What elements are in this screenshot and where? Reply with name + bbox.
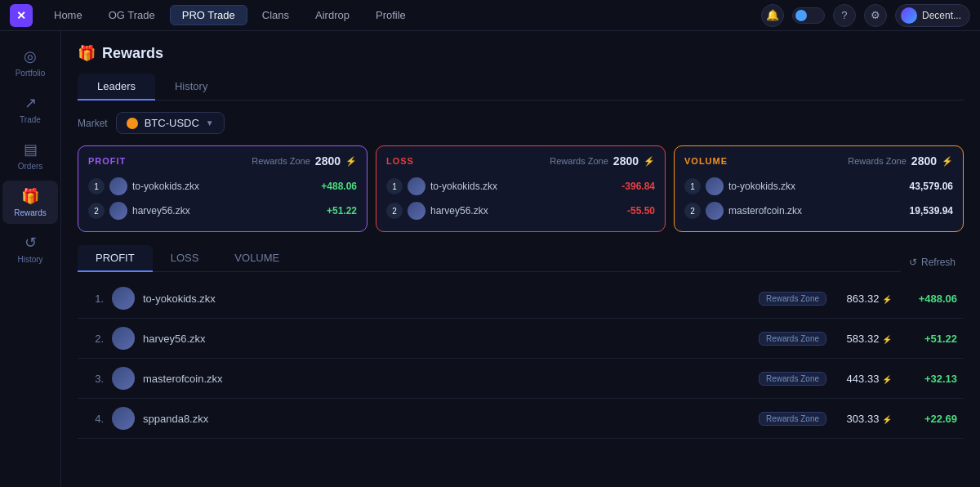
loss-rewards-label: Rewards Zone — [550, 156, 608, 166]
nav-profile[interactable]: Profile — [364, 6, 417, 25]
profit-val-2: +51.22 — [327, 205, 357, 217]
loss-user-1: to-yokokids.zkx — [430, 181, 617, 192]
loss-val-2: -55.50 — [627, 205, 655, 217]
sidebar: ◎ Portfolio ↗ Trade ▤ Orders 🎁 Rewards ↺… — [0, 31, 61, 487]
rank-3: 3. — [84, 373, 104, 385]
loss-reward-icon: ⚡ — [644, 156, 655, 167]
rank-2: 2. — [84, 333, 104, 345]
profit-avatar-2 — [109, 202, 127, 220]
sidebar-label-rewards: Rewards — [14, 208, 46, 217]
rewards-icon: 🎁 — [21, 187, 39, 205]
btab-volume[interactable]: VOLUME — [216, 245, 297, 272]
history-icon: ↺ — [24, 234, 37, 252]
list-item-4: 4. sppanda8.zkx Rewards Zone 303.33 ⚡ +2… — [78, 399, 964, 439]
sidebar-item-orders[interactable]: ▤ Orders — [2, 134, 58, 177]
loss-row-2: 2 harvey56.zkx -55.50 — [386, 199, 655, 223]
nav-og-trade[interactable]: OG Trade — [97, 6, 167, 25]
username-4: sppanda8.zkx — [143, 413, 751, 425]
rank-1: 1. — [84, 293, 104, 305]
score-3: 443.33 ⚡ — [835, 373, 892, 385]
rank-4: 4. — [84, 413, 104, 425]
portfolio-icon: ◎ — [24, 47, 37, 65]
loss-val-1: -396.84 — [621, 181, 655, 192]
refresh-button[interactable]: ↺ Refresh — [901, 252, 964, 273]
volume-rank-1: 1 — [684, 178, 701, 194]
notification-icon[interactable]: 🔔 — [761, 4, 784, 27]
avatar-3 — [112, 367, 135, 390]
nav-pro-trade[interactable]: PRO Trade — [170, 5, 247, 25]
bottom-section: PROFIT LOSS VOLUME ↺ Refresh 1. to-yokok… — [78, 245, 964, 439]
sidebar-item-trade[interactable]: ↗ Trade — [2, 87, 58, 131]
main-layout: ◎ Portfolio ↗ Trade ▤ Orders 🎁 Rewards ↺… — [0, 31, 980, 487]
nav-home[interactable]: Home — [42, 6, 94, 25]
change-4: +22.69 — [900, 413, 957, 425]
change-3: +32.13 — [900, 373, 957, 385]
rewards-badge-3: Rewards Zone — [759, 372, 826, 386]
profit-avatar-1 — [109, 177, 127, 195]
avatar-2 — [112, 327, 135, 350]
tab-history[interactable]: History — [155, 74, 227, 101]
score-val-4: 303.33 — [847, 413, 880, 425]
volume-card-header: VOLUME Rewards Zone 2800 ⚡ — [684, 154, 953, 168]
btab-loss[interactable]: LOSS — [153, 245, 217, 272]
sidebar-label-trade: Trade — [20, 115, 41, 124]
market-selector[interactable]: BTC-USDC ▼ — [116, 112, 225, 134]
help-icon[interactable]: ? — [833, 4, 856, 27]
market-row: Market BTC-USDC ▼ — [78, 112, 964, 134]
profit-user-2: harvey56.zkx — [132, 205, 322, 217]
top-nav: ✕ Home OG Trade PRO Trade Clans Airdrop … — [0, 0, 980, 31]
loss-card: LOSS Rewards Zone 2800 ⚡ 1 to-yokokids.z… — [376, 145, 666, 232]
market-value: BTC-USDC — [145, 117, 199, 129]
nav-airdrop[interactable]: Airdrop — [304, 6, 361, 25]
nav-clans[interactable]: Clans — [251, 6, 301, 25]
sidebar-item-rewards[interactable]: 🎁 Rewards — [2, 181, 58, 224]
settings-icon[interactable]: ⚙ — [864, 4, 887, 27]
volume-card: VOLUME Rewards Zone 2800 ⚡ 1 to-yokokids… — [674, 145, 964, 232]
content-area: 🎁 Rewards Leaders History Market BTC-USD… — [61, 31, 980, 487]
leader-cards: PROFIT Rewards Zone 2800 ⚡ 1 to-yokokids… — [78, 145, 964, 232]
score-icon-3: ⚡ — [882, 375, 892, 384]
volume-avatar-2 — [706, 202, 724, 220]
profit-card-header: PROFIT Rewards Zone 2800 ⚡ — [88, 154, 357, 168]
user-menu[interactable]: Decent... — [895, 4, 970, 27]
profit-card: PROFIT Rewards Zone 2800 ⚡ 1 to-yokokids… — [78, 145, 368, 232]
profit-rewards-value: 2800 — [315, 154, 341, 168]
volume-row-1: 1 to-yokokids.zkx 43,579.06 — [684, 174, 953, 199]
profit-rank-1: 1 — [88, 178, 105, 194]
avatar — [901, 7, 917, 24]
loss-user-2: harvey56.zkx — [430, 205, 622, 217]
loss-label: LOSS — [386, 156, 414, 166]
page-title: Rewards — [102, 45, 163, 62]
loss-rank-2: 2 — [386, 203, 403, 219]
chevron-down-icon: ▼ — [206, 118, 214, 127]
tab-leaders[interactable]: Leaders — [78, 74, 155, 101]
profit-rank-2: 2 — [88, 203, 105, 219]
score-val-3: 443.33 — [847, 373, 880, 385]
btab-profit[interactable]: PROFIT — [78, 245, 153, 272]
loss-avatar-2 — [408, 202, 425, 220]
rewards-badge-4: Rewards Zone — [759, 412, 826, 426]
username-2: harvey56.zkx — [143, 333, 751, 345]
change-2: +51.22 — [900, 333, 957, 345]
sidebar-item-portfolio[interactable]: ◎ Portfolio — [2, 41, 58, 84]
profit-val-1: +488.06 — [321, 181, 357, 192]
loss-row-1: 1 to-yokokids.zkx -396.84 — [386, 174, 655, 199]
change-1: +488.06 — [900, 293, 957, 305]
volume-user-1: to-yokokids.zkx — [728, 181, 905, 192]
refresh-label: Refresh — [921, 257, 956, 268]
volume-val-2: 19,539.94 — [910, 205, 953, 217]
sidebar-item-history[interactable]: ↺ History — [2, 227, 58, 270]
orders-icon: ▤ — [24, 141, 38, 159]
theme-toggle[interactable] — [792, 7, 825, 24]
profit-user-1: to-yokokids.zkx — [132, 181, 316, 192]
score-icon-1: ⚡ — [882, 295, 892, 304]
toggle-dot — [795, 10, 807, 21]
sidebar-label-history: History — [17, 255, 42, 264]
trade-icon: ↗ — [24, 94, 37, 112]
list-item-3: 3. masterofcoin.zkx Rewards Zone 443.33 … — [78, 359, 964, 399]
rewards-badge-2: Rewards Zone — [759, 332, 826, 346]
volume-rewards-value: 2800 — [911, 154, 937, 168]
loss-card-header: LOSS Rewards Zone 2800 ⚡ — [386, 154, 655, 168]
avatar-1 — [112, 287, 135, 310]
page-title-row: 🎁 Rewards — [78, 44, 964, 62]
